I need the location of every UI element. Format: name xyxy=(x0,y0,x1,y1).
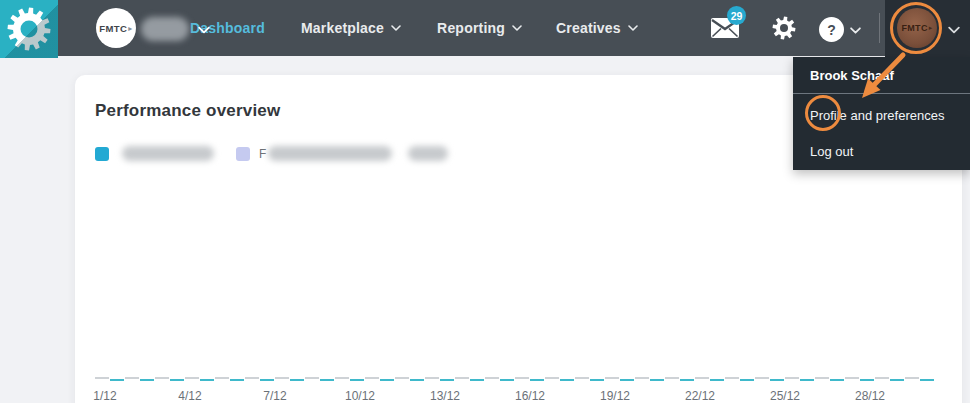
avatar-chevron-down-icon[interactable] xyxy=(948,24,958,34)
help-button[interactable]: ? xyxy=(819,17,844,42)
chevron-down-icon xyxy=(391,23,401,33)
fmtc-logo[interactable] xyxy=(0,0,58,58)
x-axis-tick-label: 1/12 xyxy=(93,389,116,403)
chart-legend: F xyxy=(95,146,448,161)
nav-reporting[interactable]: Reporting xyxy=(437,20,522,36)
x-axis-tick-label: 28/12 xyxy=(855,389,885,403)
legend-swatch-series1[interactable] xyxy=(95,147,109,161)
account-name-redacted xyxy=(141,17,189,41)
user-name: Brook Schaaf xyxy=(810,68,894,83)
chevron-down-icon xyxy=(512,23,522,33)
gear-icon xyxy=(772,16,796,40)
brand-badge-label: FMTC xyxy=(99,23,127,34)
main-nav: Dashboard Marketplace Reporting Creative… xyxy=(190,0,638,56)
x-axis-tick-label: 4/12 xyxy=(178,389,201,403)
play-icon: ▸ xyxy=(929,24,933,32)
x-axis-tick-label: 10/12 xyxy=(345,389,375,403)
settings-button[interactable] xyxy=(772,16,796,40)
legend-swatch-series2[interactable] xyxy=(236,147,250,161)
x-axis-tick-label: 22/12 xyxy=(685,389,715,403)
nav-marketplace-label: Marketplace xyxy=(301,20,384,36)
legend-label-series2-suffix-redacted[interactable] xyxy=(408,146,448,161)
x-axis-tick-label: 7/12 xyxy=(263,389,286,403)
account-chevron-down-icon[interactable] xyxy=(198,24,208,34)
menu-item-logout[interactable]: Log out xyxy=(810,144,853,159)
user-dropdown-menu: Brook Schaaf Profile and preferences Log… xyxy=(793,57,970,170)
avatar-label: FMTC xyxy=(901,23,927,33)
x-axis-tick-label: 16/12 xyxy=(515,389,545,403)
legend-label-series1-redacted[interactable] xyxy=(122,146,214,161)
nav-creatives-label: Creatives xyxy=(556,20,621,36)
menu-item-profile-preferences[interactable]: Profile and preferences xyxy=(810,108,944,123)
menu-divider xyxy=(793,93,970,94)
x-axis-tick-label: 25/12 xyxy=(770,389,800,403)
x-axis-labels: 1/124/127/1210/1213/1216/1219/1222/1225/… xyxy=(0,389,970,403)
legend-label-series2-prefix: F xyxy=(259,147,266,161)
question-mark-icon: ? xyxy=(827,22,836,38)
play-icon: ▸ xyxy=(128,24,132,33)
nav-marketplace[interactable]: Marketplace xyxy=(301,20,401,36)
legend-label-series2-redacted[interactable] xyxy=(268,146,392,161)
user-avatar[interactable]: FMTC▸ xyxy=(897,8,937,48)
nav-reporting-label: Reporting xyxy=(437,20,505,36)
page-title: Performance overview xyxy=(95,101,280,121)
chart-zero-line-series1 xyxy=(95,379,935,381)
messages-count-badge: 29 xyxy=(727,6,746,25)
chevron-down-icon xyxy=(628,23,638,33)
x-axis-tick-label: 19/12 xyxy=(600,389,630,403)
help-chevron-down-icon[interactable] xyxy=(850,25,860,35)
header-divider xyxy=(879,13,880,43)
logo-shadow xyxy=(0,0,58,58)
fmtc-brand-badge[interactable]: FMTC▸ xyxy=(96,8,136,48)
nav-creatives[interactable]: Creatives xyxy=(556,20,638,36)
x-axis-tick-label: 13/12 xyxy=(430,389,460,403)
